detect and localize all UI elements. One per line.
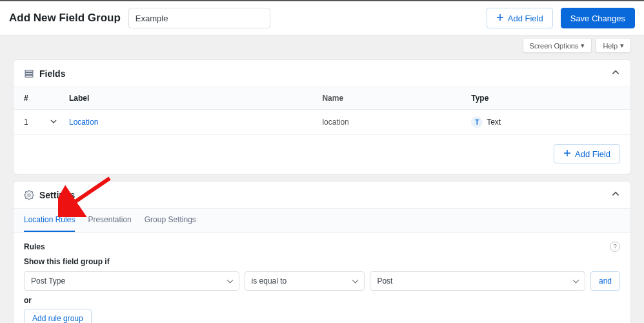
add-rule-group-button[interactable]: Add rule group (24, 309, 92, 323)
rule-row: Post Type is equal to Post and (24, 271, 620, 291)
save-changes-label: Save Changes (570, 14, 625, 23)
screen-options-button[interactable]: Screen Options ▾ (523, 39, 592, 53)
add-field-label: Add Field (508, 14, 543, 23)
settings-panel-header: Settings (14, 182, 630, 208)
collapse-icon[interactable] (611, 189, 620, 200)
gear-icon (24, 190, 34, 200)
field-label-link[interactable]: Location (69, 118, 98, 127)
rules-hint: Show this field group if (24, 257, 620, 266)
help-button[interactable]: Help ▾ (596, 39, 631, 53)
fields-table-header: # Label Name Type (14, 87, 630, 110)
fields-table: # Label Name Type 1 Location location T … (14, 87, 630, 135)
settings-tabs: Location Rules Presentation Group Settin… (14, 208, 630, 233)
fields-icon (24, 68, 34, 79)
plus-icon (563, 149, 571, 159)
svg-rect-2 (25, 75, 33, 77)
fields-panel-title: Fields (39, 68, 606, 79)
caret-down-icon: ▾ (581, 41, 585, 50)
svg-point-3 (28, 194, 30, 196)
rule-value-select[interactable]: Post (370, 271, 585, 291)
tab-location-rules[interactable]: Location Rules (24, 209, 75, 232)
fields-panel-header: Fields (14, 60, 630, 87)
col-header-type: Type (471, 94, 620, 103)
field-name: location (322, 118, 471, 127)
fields-panel: Fields # Label Name Type 1 Location loca… (13, 59, 631, 174)
type-badge-icon: T (471, 116, 483, 128)
row-number: 1 (24, 118, 50, 127)
screen-options-row: Screen Options ▾ Help ▾ (0, 36, 644, 53)
expand-row-icon[interactable] (50, 118, 69, 127)
col-header-name: Name (322, 94, 471, 103)
collapse-icon[interactable] (611, 68, 620, 79)
svg-rect-1 (25, 72, 33, 74)
col-header-number: # (24, 94, 50, 103)
add-field-button-top[interactable]: Add Field (487, 8, 553, 28)
table-row[interactable]: 1 Location location T Text (14, 110, 630, 135)
settings-panel: Settings Location Rules Presentation Gro… (13, 181, 631, 323)
col-header-label: Label (69, 94, 322, 103)
rule-param-select[interactable]: Post Type (24, 271, 239, 291)
add-field-label: Add Field (575, 149, 610, 159)
page-title: Add New Field Group (9, 12, 121, 25)
rule-or-label: or (24, 296, 620, 305)
help-icon[interactable]: ? (610, 242, 620, 252)
tab-presentation[interactable]: Presentation (88, 209, 131, 232)
add-field-button-bottom[interactable]: Add Field (554, 144, 620, 163)
plus-icon (496, 14, 504, 23)
save-changes-button[interactable]: Save Changes (561, 8, 635, 28)
settings-panel-title: Settings (39, 190, 606, 200)
rules-title: Rules (24, 242, 610, 251)
rule-operator-select[interactable]: is equal to (245, 271, 365, 291)
rule-and-button[interactable]: and (590, 271, 620, 291)
field-type: Text (487, 118, 501, 127)
caret-down-icon: ▾ (620, 41, 624, 50)
rules-body: Rules ? Show this field group if Post Ty… (14, 233, 630, 323)
field-group-title-input[interactable] (128, 8, 270, 28)
svg-rect-0 (25, 70, 33, 72)
tab-group-settings[interactable]: Group Settings (145, 209, 196, 232)
top-bar: Add New Field Group Add Field Save Chang… (0, 1, 644, 36)
